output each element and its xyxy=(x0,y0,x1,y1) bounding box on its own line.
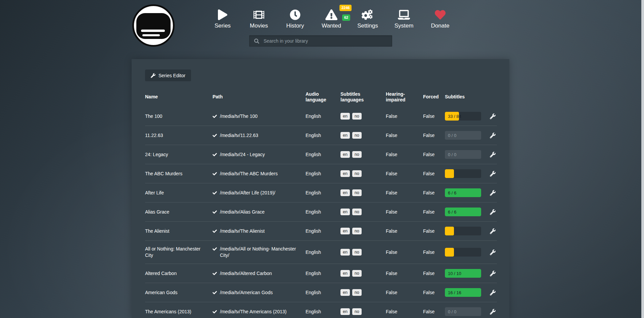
library-search xyxy=(249,35,392,47)
audio-language: English xyxy=(306,209,340,215)
language-badge-no: no xyxy=(352,189,362,196)
nav-item-settings[interactable]: Settings xyxy=(350,7,386,29)
table-row: The Americans (2013) /media/tv/The Ameri… xyxy=(145,302,497,318)
edit-series-button[interactable] xyxy=(488,290,497,296)
subtitles-languages: enno xyxy=(340,132,386,139)
series-path: /media/tv/The 100 xyxy=(213,113,306,120)
heart-icon xyxy=(435,9,446,20)
header-name: Name xyxy=(145,94,213,100)
table-header-row: Name Path Audio language Subtitles langu… xyxy=(145,89,497,107)
logo-subtitle-line xyxy=(142,34,160,36)
header-languages: Subtitles languages xyxy=(340,91,386,103)
audio-language: English xyxy=(306,249,340,256)
check-icon xyxy=(213,172,217,176)
subtitles-progress xyxy=(445,227,481,235)
forced-value: False xyxy=(423,151,445,158)
series-name: American Gods xyxy=(145,289,213,296)
check-icon xyxy=(213,114,217,119)
language-badge-no: no xyxy=(352,209,362,216)
main-panel: Series Editor Name Path Audio language S… xyxy=(132,59,509,318)
progress-fill xyxy=(445,169,454,178)
clock-icon xyxy=(290,9,301,20)
progress-label: 10 / 10 xyxy=(448,270,461,277)
nav-item-label: Movies xyxy=(241,22,277,29)
search-icon xyxy=(254,39,259,44)
subtitles-progress xyxy=(445,169,481,178)
audio-language: English xyxy=(306,309,340,315)
edit-series-button[interactable] xyxy=(488,209,497,215)
check-icon xyxy=(213,133,217,138)
header-subtitles: Subtitles xyxy=(445,94,488,100)
table-row: After Life /media/tv/After Life (2019)/ … xyxy=(145,183,497,202)
series-path-text: /media/tv/The Alienist xyxy=(220,228,265,234)
language-badge-no: no xyxy=(352,308,362,315)
table-row: 24: Legacy /media/tv/24 - Legacy English… xyxy=(145,145,497,164)
subtitles-languages: enno xyxy=(340,289,386,296)
language-badge-en: en xyxy=(340,189,350,196)
language-badge-en: en xyxy=(340,113,350,120)
edit-series-button[interactable] xyxy=(488,309,497,315)
hearing-impaired-value: False xyxy=(386,151,423,158)
check-icon xyxy=(213,152,217,157)
wrench-icon xyxy=(490,290,496,296)
progress-fill xyxy=(445,227,454,235)
nav-item-history[interactable]: History xyxy=(277,7,313,29)
nav-item-wanted[interactable]: Wanted 224662 xyxy=(313,7,350,29)
search-input[interactable] xyxy=(263,38,392,44)
nav-item-label: Donate xyxy=(422,22,458,29)
subtitles-progress: 33 / 84 xyxy=(445,112,481,121)
nav-item-label: System xyxy=(386,22,422,29)
table-row: All or Nothing: Manchester City /media/t… xyxy=(145,240,497,264)
edit-series-button[interactable] xyxy=(488,171,497,177)
progress-label: 0 / 0 xyxy=(448,309,456,315)
language-badge-en: en xyxy=(340,228,350,235)
vertical-scrollbar[interactable] xyxy=(641,0,644,318)
edit-series-button[interactable] xyxy=(488,271,497,276)
hearing-impaired-value: False xyxy=(386,209,423,215)
hearing-impaired-value: False xyxy=(386,228,423,234)
series-path-text: /media/tv/After Life (2019)/ xyxy=(220,190,275,196)
language-badge-no: no xyxy=(352,228,362,235)
series-path-text: /media/tv/The ABC Murders xyxy=(220,171,278,177)
warning-triangle-icon xyxy=(325,9,337,20)
language-badge-no: no xyxy=(352,170,362,177)
edit-series-button[interactable] xyxy=(488,113,497,119)
logo-tv-screen xyxy=(136,13,171,39)
nav-item-donate[interactable]: Donate xyxy=(422,7,458,29)
language-badge-no: no xyxy=(352,132,362,139)
subtitles-progress: 16 / 16 xyxy=(445,288,481,297)
forced-value: False xyxy=(423,113,445,120)
subtitles-progress xyxy=(445,248,481,257)
wrench-icon xyxy=(490,190,496,196)
nav-item-system[interactable]: System xyxy=(386,7,422,29)
wrench-icon xyxy=(490,228,496,234)
series-name: Altered Carbon xyxy=(145,270,213,277)
series-name: After Life xyxy=(145,190,213,196)
audio-language: English xyxy=(306,289,340,296)
film-icon xyxy=(254,9,264,20)
forced-value: False xyxy=(423,270,445,277)
edit-series-button[interactable] xyxy=(488,152,497,157)
edit-series-button[interactable] xyxy=(488,133,497,138)
series-name: Alias Grace xyxy=(145,209,213,215)
bazarr-logo[interactable] xyxy=(132,4,175,47)
subtitles-languages: enno xyxy=(340,151,386,158)
series-path: /media/tv/The ABC Murders xyxy=(213,171,306,177)
series-path-text: /media/tv/Altered Carbon xyxy=(220,270,272,277)
subtitles-progress: 0 / 0 xyxy=(445,150,481,159)
gears-icon xyxy=(361,9,374,20)
nav-item-movies[interactable]: Movies xyxy=(241,7,277,29)
progress-label: 0 / 0 xyxy=(448,151,456,158)
nav-item-series[interactable]: Series xyxy=(204,7,241,29)
edit-series-button[interactable] xyxy=(488,228,497,234)
edit-series-button[interactable] xyxy=(488,190,497,196)
series-path-text: /media/tv/All or Nothing- Manchester Cit… xyxy=(220,246,300,259)
table-row: The Alienist /media/tv/The Alienist Engl… xyxy=(145,221,497,240)
edit-series-button[interactable] xyxy=(488,249,497,255)
language-badge-en: en xyxy=(340,249,350,256)
check-icon xyxy=(213,290,217,295)
series-editor-button[interactable]: Series Editor xyxy=(145,70,191,81)
hearing-impaired-value: False xyxy=(386,289,423,296)
language-badge-en: en xyxy=(340,132,350,139)
table-row: Altered Carbon /media/tv/Altered Carbon … xyxy=(145,264,497,283)
